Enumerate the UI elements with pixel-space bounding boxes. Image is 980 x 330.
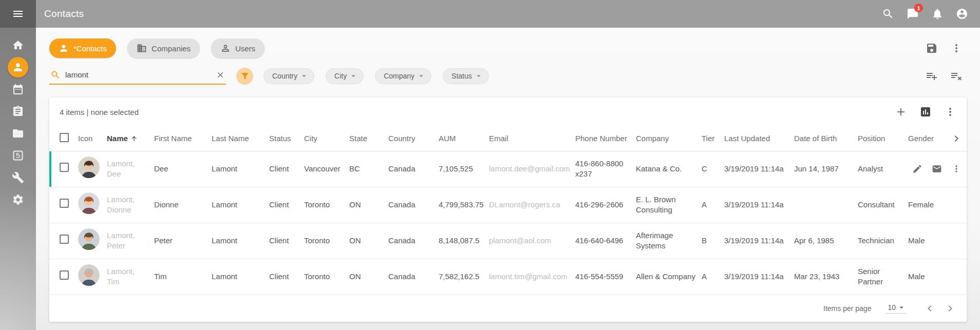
save-icon [926,42,938,54]
save-button[interactable] [921,38,942,59]
column-header-state[interactable]: State [349,126,388,151]
table-body: Lamont, DeeDeeLamontClientVancouverBCCan… [49,151,969,295]
select-all-header [49,126,78,151]
results-card: 4 items | none selected IconNameFirst Na… [49,98,967,322]
column-header-country[interactable]: Country [388,126,439,151]
clear-search-button[interactable] [216,70,225,80]
cell-company: Afterimage Systems [636,223,702,259]
tabs-row: *ContactsCompaniesUsers [49,38,967,59]
cell-tier: C [702,151,724,187]
sidebar: 5 [0,0,36,330]
main-area: Contacts 1 *ContactsCompaniesUsers Count… [36,0,980,330]
column-header-name[interactable]: Name [107,126,154,151]
row-checkbox[interactable] [60,199,69,208]
chart-view-button[interactable] [915,102,936,122]
tabs-menu-button[interactable] [946,38,967,59]
row-menu-button[interactable] [948,161,965,177]
row-checkbox[interactable] [60,235,69,244]
table-row[interactable]: Lamont, PeterPeterLamontClientTorontoONC… [49,223,969,259]
items-per-page-label: Items per page [823,304,871,313]
sidebar-item-home[interactable] [0,34,36,56]
notifications-button[interactable] [927,3,948,25]
sidebar-item-documents[interactable] [0,122,36,144]
account-button[interactable] [951,3,973,25]
sidebar-menu-button[interactable] [0,0,36,28]
cell-position: Technician [858,223,908,259]
cell-last-updated: 3/19/2019 11:14a [724,223,794,259]
search-button[interactable] [877,3,899,25]
cell-first-name: Dee [154,151,212,187]
items-per-page-select[interactable]: 10 [885,303,906,314]
filter-dropdown-country[interactable]: Country [263,68,314,84]
tab-users[interactable]: Users [211,38,265,58]
kebab-icon [950,42,963,54]
cell-checkbox [49,151,78,187]
column-header-last-updated[interactable]: Last Updated [724,126,794,151]
content: *ContactsCompaniesUsers CountryCityCompa… [36,28,980,330]
cell-tier: B [702,223,724,259]
cell-tier: A [702,187,724,223]
tab-companies[interactable]: Companies [127,38,200,58]
row-checkbox[interactable] [60,270,69,280]
column-header-status[interactable]: Status [269,126,304,151]
sidebar-item-settings[interactable] [0,188,36,210]
select-all-checkbox[interactable] [60,133,69,142]
previous-page-button[interactable] [919,298,940,319]
cell-phone: 416-296-2606 [575,187,636,223]
sidebar-item-calendar[interactable] [0,78,36,100]
table-row[interactable]: Lamont, TimTimLamontClientTorontoONCanad… [49,259,969,295]
email-contact-button[interactable] [929,161,945,177]
cell-company: Katana & Co. [636,151,702,187]
chevron-right-icon [950,132,963,145]
tab-contacts[interactable]: *Contacts [49,38,116,58]
column-header-phone-number[interactable]: Phone Number [575,126,636,151]
column-header-date-of-birth[interactable]: Date of Birth [794,126,858,151]
add-filter-view-button[interactable] [921,66,942,86]
chart-icon [919,106,932,118]
clear-filter-view-button[interactable] [946,66,967,86]
five-icon: 5 [12,149,24,162]
entity-tabs: *ContactsCompaniesUsers [49,38,265,58]
column-header-tier[interactable]: Tier [702,126,724,151]
more-columns-button[interactable] [948,130,965,147]
edit-contact-button[interactable] [909,161,926,177]
cell-country: Canada [388,223,439,259]
sidebar-item-tools[interactable] [0,166,36,188]
column-header-gender[interactable]: Gender [908,126,948,151]
table-row[interactable]: Lamont, DionneDionneLamontClientTorontoO… [49,187,969,223]
column-header-last-name[interactable]: Last Name [212,126,269,151]
table-row[interactable]: Lamont, DeeDeeLamontClientVancouverBCCan… [49,151,969,187]
bell-icon [931,8,944,20]
cell-country: Canada [388,259,439,295]
cell-checkbox [49,223,78,259]
add-contact-button[interactable] [891,102,911,122]
column-header-company[interactable]: Company [636,126,702,151]
sidebar-item-contacts[interactable] [0,56,36,78]
filter-dropdown-city[interactable]: City [326,68,364,84]
advanced-filter-button[interactable] [236,68,253,85]
cell-last-updated: 3/19/2019 11:14a [724,187,794,223]
sidebar-nav: 5 [0,28,36,210]
topbar-actions: 1 [877,3,973,25]
cell-name: Lamont, Tim [107,259,154,295]
column-header-position[interactable]: Position [858,126,908,151]
filter-dropdown-company[interactable]: Company [375,68,431,84]
column-header-aum[interactable]: AUM [439,126,489,151]
cell-aum: 4,799,583.75 [439,187,489,223]
tab-label: Companies [152,44,191,53]
next-page-button[interactable] [940,298,960,319]
column-header-first-name[interactable]: First Name [154,126,212,151]
table-menu-button[interactable] [940,102,960,122]
messages-button[interactable]: 1 [902,3,924,25]
search-input[interactable] [65,70,211,79]
row-checkbox[interactable] [60,163,69,172]
avatar [78,264,100,286]
sidebar-item-tasks[interactable] [0,100,36,122]
cell-aum: 7,105,525 [439,151,489,187]
column-header-email[interactable]: Email [489,126,575,151]
column-header-city[interactable]: City [304,126,349,151]
cell-status: Client [269,151,304,187]
column-header-icon[interactable]: Icon [78,126,107,151]
sidebar-item-forms[interactable]: 5 [0,144,36,166]
filter-dropdown-status[interactable]: Status [443,68,489,84]
